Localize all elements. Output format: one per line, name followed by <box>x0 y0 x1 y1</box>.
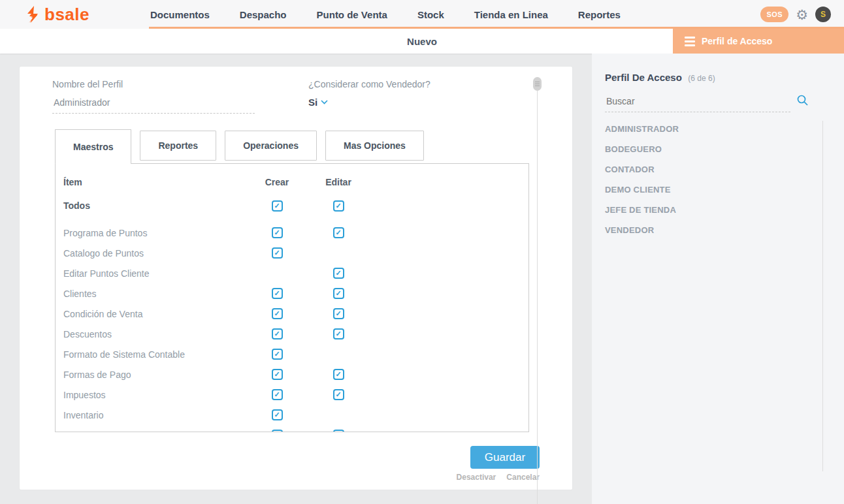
tab-mas-opciones[interactable]: Mas Opciones <box>325 131 424 161</box>
hamburger-icon <box>685 37 695 46</box>
secondary-actions: Desactivar Cancelar <box>20 473 540 482</box>
permission-row: Todos✓✓ <box>56 194 528 217</box>
top-navbar: bsale DocumentosDespachoPunto de VentaSt… <box>0 0 844 29</box>
permission-item-label: Formato de Sistema Contable <box>63 349 246 360</box>
profile-list-item-administrador[interactable]: ADMINISTRADOR <box>605 119 814 139</box>
brand-name: bsale <box>44 6 89 23</box>
permission-item-label: Catalogo de Puntos <box>63 248 246 259</box>
vendor-select[interactable]: Si <box>308 97 328 108</box>
cancel-link[interactable]: Cancelar <box>506 473 540 482</box>
crear-checkbox-checked[interactable]: ✓ <box>272 288 283 299</box>
panel-header-title: Perfil de Acceso <box>702 36 772 46</box>
editar-checkbox-checked[interactable]: ✓ <box>333 227 344 238</box>
permissions-header-row: Ítem Crear Editar <box>56 170 528 194</box>
nav-item-punto-de-venta[interactable]: Punto de Venta <box>317 9 387 20</box>
nav-item-despacho[interactable]: Despacho <box>240 9 287 20</box>
col-create-header: Crear <box>265 177 289 187</box>
profile-list-item-bodeguero[interactable]: BODEGUERO <box>605 139 814 159</box>
bsale-logo: bsale <box>0 5 150 24</box>
crear-checkbox-checked[interactable]: ✓ <box>272 369 283 380</box>
permission-item-label: Descuentos <box>63 329 246 339</box>
nav-item-stock[interactable]: Stock <box>417 9 444 20</box>
permission-item-label: Clientes <box>63 289 246 299</box>
tab-maestros[interactable]: Maestros <box>55 129 131 164</box>
tab-operaciones[interactable]: Operaciones <box>225 131 317 161</box>
user-avatar[interactable]: S <box>815 7 831 22</box>
vendor-question-label: ¿Considerar como Vendedor? <box>308 79 430 89</box>
crear-checkbox-checked[interactable]: ✓ <box>272 200 283 212</box>
sidebar-count: (6 de 6) <box>688 74 715 83</box>
permission-row: Programa de Puntos✓✓ <box>56 223 528 243</box>
permission-item-label: Formas de Pago <box>63 370 246 380</box>
nav-item-tienda-en-linea[interactable]: Tienda en Linea <box>474 9 548 20</box>
permission-row: Formato de Sistema Contable✓ <box>56 344 528 364</box>
permission-item-label: Todos <box>63 200 246 211</box>
permission-row: Clientes✓✓ <box>56 283 528 304</box>
crear-checkbox-checked[interactable]: ✓ <box>272 328 283 339</box>
crear-checkbox-checked[interactable]: ✓ <box>272 349 283 360</box>
crear-checkbox-checked[interactable]: ✓ <box>272 409 283 420</box>
editar-checkbox-checked[interactable]: ✓ <box>333 268 344 279</box>
permission-item-label: Condición de Venta <box>63 309 246 319</box>
permission-row: Catalogo de Puntos✓ <box>56 243 528 263</box>
crear-checkbox-checked[interactable]: ✓ <box>272 308 283 319</box>
permission-row: Descuentos✓✓ <box>56 324 528 344</box>
profile-list-item-demo-cliente[interactable]: DEMO CLIENTE <box>605 180 814 200</box>
chevron-down-icon <box>321 100 328 104</box>
search-icon[interactable] <box>796 94 809 109</box>
editar-checkbox-checked[interactable]: ✓ <box>333 328 344 339</box>
permission-row: Impuestos✓✓ <box>56 385 528 405</box>
editar-checkbox-checked[interactable]: ✓ <box>333 369 344 380</box>
panel-header-perfil-de-acceso[interactable]: Perfil de Acceso <box>673 29 844 54</box>
sidebar-title: Perfil De Acceso <box>605 72 682 83</box>
editar-checkbox-checked[interactable]: ✓ <box>333 200 344 212</box>
profile-list-item-contador[interactable]: CONTADOR <box>605 159 814 180</box>
permission-item-label: Inventario <box>63 410 246 420</box>
sidebar-scrollbar-track <box>822 121 823 471</box>
permission-row: Inventario✓ <box>56 405 528 425</box>
editar-checkbox-checked[interactable]: ✓ <box>333 308 344 319</box>
profile-name-label: Nombre del Perfil <box>52 79 123 89</box>
profile-list-item-jefe-de-tienda[interactable]: JEFE DE TIENDA <box>605 200 814 220</box>
deactivate-link[interactable]: Desactivar <box>457 473 496 482</box>
save-button[interactable]: Guardar <box>470 446 540 469</box>
nav-item-documentos[interactable]: Documentos <box>150 9 210 20</box>
profile-list-item-vendedor[interactable]: VENDEDOR <box>605 220 814 240</box>
permission-item-label: Programa de Puntos <box>63 228 246 238</box>
col-edit-header: Editar <box>325 177 351 187</box>
permission-tabs: MaestrosReportesOperacionesMas Opciones <box>55 129 424 164</box>
card-scrollbar-track <box>537 78 538 504</box>
permission-row: Condición de Venta✓✓ <box>56 304 528 324</box>
sidebar-title-row: Perfil De Acceso (6 de 6) <box>605 72 715 84</box>
profile-editor-card: Nombre del Perfil ¿Considerar como Vende… <box>20 67 572 490</box>
permission-row: Editar Puntos Cliente✓ <box>56 263 528 283</box>
bsale-bolt-icon <box>25 5 41 24</box>
permissions-panel: Ítem Crear Editar Todos✓✓Programa de Pun… <box>55 163 529 432</box>
sidebar-search <box>605 94 809 112</box>
tab-nuevo[interactable]: Nuevo <box>0 29 673 54</box>
permission-row: ✓✓ <box>56 425 528 432</box>
search-input[interactable] <box>605 94 790 112</box>
crear-checkbox-checked[interactable]: ✓ <box>272 389 283 400</box>
tab-nuevo-label: Nuevo <box>407 36 437 47</box>
permission-item-label: Editar Puntos Cliente <box>63 268 246 279</box>
editar-checkbox-checked[interactable]: ✓ <box>333 288 344 299</box>
crear-checkbox-checked[interactable]: ✓ <box>272 227 283 238</box>
permission-item-label: Impuestos <box>63 390 246 400</box>
crear-checkbox-checked[interactable]: ✓ <box>272 247 283 259</box>
profiles-sidebar: Perfil De Acceso (6 de 6) ADMINISTRADORB… <box>592 54 844 504</box>
tab-reportes[interactable]: Reportes <box>140 131 216 161</box>
col-item-header: Ítem <box>63 177 246 187</box>
nav-right-group: SOS ⚙ S <box>760 7 844 22</box>
gear-icon[interactable]: ⚙ <box>796 8 808 22</box>
main-menu: DocumentosDespachoPunto de VentaStockTie… <box>150 9 621 20</box>
profiles-list: ADMINISTRADORBODEGUEROCONTADORDEMO CLIEN… <box>605 119 814 240</box>
sos-button[interactable]: SOS <box>760 7 788 22</box>
editar-checkbox-checked[interactable]: ✓ <box>333 389 344 400</box>
vendor-selected-value: Si <box>308 97 317 108</box>
crear-checkbox-checked[interactable]: ✓ <box>272 430 283 432</box>
nav-item-reportes[interactable]: Reportes <box>578 9 621 20</box>
card-scrollbar-thumb[interactable] <box>533 77 542 91</box>
profile-name-input[interactable] <box>52 95 255 114</box>
editar-checkbox-checked[interactable]: ✓ <box>333 430 344 432</box>
